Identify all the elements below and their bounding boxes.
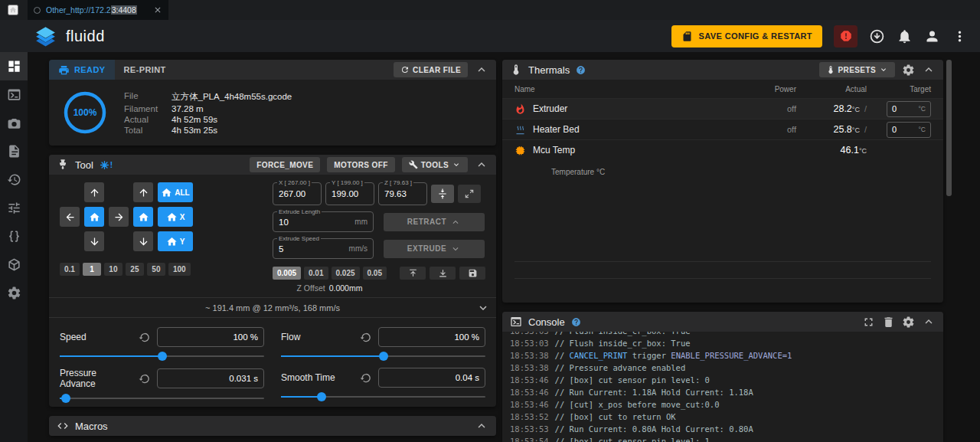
emergency-stop-button[interactable]	[834, 25, 858, 47]
reset-icon[interactable]	[139, 373, 150, 385]
zoffset-up-button[interactable]	[400, 267, 426, 280]
browser-home-icon[interactable]	[8, 5, 18, 15]
extrude-step-button[interactable]: 0.05	[363, 267, 387, 280]
thermal-row-mcu-temp[interactable]: Mcu Temp 46.1°C	[502, 139, 943, 160]
reset-icon[interactable]	[360, 372, 371, 384]
smooth-time-input[interactable]: 0.04 s	[378, 368, 485, 388]
browser-tab[interactable]: Other_http://172.23:4408	[28, 0, 168, 20]
slider-thumb[interactable]	[379, 352, 388, 361]
console-settings-icon[interactable]	[902, 316, 915, 329]
sidebar-item-camera[interactable]	[0, 109, 28, 137]
home-xy-button[interactable]	[84, 207, 104, 227]
diagonal-move-button[interactable]	[458, 185, 481, 203]
notifications-icon[interactable]	[897, 28, 913, 44]
home-y-button[interactable]: Y	[158, 231, 193, 251]
speed-input[interactable]: 100 %	[157, 327, 264, 347]
console-command-link[interactable]: CANCEL_PRINT	[570, 351, 628, 360]
tab-ready[interactable]: READY	[49, 60, 115, 80]
extrude-step-button[interactable]: 0.01	[304, 267, 328, 280]
extrude-button[interactable]: EXTRUDE	[384, 240, 485, 258]
sidebar-item-jobs[interactable]	[0, 137, 28, 165]
move-step-button[interactable]: 100	[168, 263, 191, 276]
slider-thumb[interactable]	[61, 394, 70, 403]
zoffset-save-button[interactable]	[459, 267, 485, 280]
force-move-button[interactable]: FORCE_MOVE	[250, 157, 320, 172]
sidebar-item-dashboard[interactable]	[0, 52, 28, 80]
speed-slider[interactable]	[60, 355, 264, 357]
settings-gear-icon	[7, 286, 21, 300]
home-all-button[interactable]: ALL	[158, 182, 193, 202]
page-scrollbar[interactable]	[946, 60, 952, 196]
save-config-button[interactable]: SAVE CONFIG & RESTART	[671, 25, 822, 47]
collapse-tool-icon[interactable]	[475, 158, 488, 172]
jog-y-minus-button[interactable]	[84, 231, 104, 251]
thermal-row-extruder[interactable]: Extruder off 28.2°C/ 0°C	[502, 98, 943, 119]
collapse-console-icon[interactable]	[922, 315, 936, 329]
motors-off-button[interactable]: MOTORS OFF	[327, 157, 394, 172]
tab-reprint[interactable]: RE-PRINT	[115, 60, 175, 80]
slider-thumb[interactable]	[158, 352, 167, 361]
pressure-advance-slider[interactable]	[60, 398, 264, 399]
jog-z-up-button[interactable]	[133, 182, 153, 202]
collapse-status-icon[interactable]	[475, 63, 488, 77]
smooth-time-slider[interactable]	[281, 396, 485, 398]
jog-y-plus-button[interactable]	[84, 182, 104, 202]
console-command-link[interactable]: ENABLE_PRESSURE_ADVANCE=1	[671, 351, 792, 360]
overflow-menu-icon[interactable]	[952, 28, 968, 44]
jog-x-minus-button[interactable]	[60, 207, 80, 227]
flow-slider[interactable]	[281, 355, 485, 357]
z-tilt-adjust-button[interactable]	[431, 185, 454, 203]
zoffset-down-button[interactable]	[430, 267, 456, 280]
account-icon[interactable]	[924, 28, 940, 44]
home-z-button[interactable]	[133, 207, 153, 227]
extruder-target-input[interactable]: 0°C	[887, 101, 931, 117]
console-log[interactable]: 18:53:03// Flush inside_cr_box: True 18:…	[502, 332, 943, 442]
slider-thumb[interactable]	[317, 392, 326, 401]
axis-x-input[interactable]: X [ 267.00 ]267.00	[273, 182, 322, 205]
console-line: 18:53:46// Run Current: 1.18A Hold Curre…	[510, 386, 936, 398]
thermals-card: Thermals PRESETS Name Power	[502, 60, 943, 303]
sidebar-item-history[interactable]	[0, 165, 28, 194]
extrude-step-button[interactable]: 0.025	[332, 267, 360, 280]
help-icon[interactable]	[576, 65, 586, 75]
clear-console-icon[interactable]	[882, 316, 895, 329]
pressure-advance-input[interactable]: 0.031 s	[157, 368, 264, 388]
sidebar-item-settings[interactable]	[0, 279, 28, 307]
heater-bed-target-input[interactable]: 0°C	[887, 122, 931, 138]
move-step-button[interactable]: 50	[147, 263, 165, 276]
updates-icon[interactable]	[869, 28, 885, 44]
axis-y-input[interactable]: Y [ 199.00 ]199.00	[325, 182, 374, 205]
collapse-macros-icon[interactable]	[475, 419, 488, 433]
sidebar-item-device[interactable]	[0, 250, 28, 279]
extrude-speed-input[interactable]: Extrude Speed5mm/s	[273, 238, 374, 259]
sidebar-item-console[interactable]	[0, 80, 28, 109]
reset-icon[interactable]	[360, 332, 371, 343]
thermal-row-heater-bed[interactable]: Heater Bed off 25.8°C/ 0°C	[502, 119, 943, 139]
jog-z-down-button[interactable]	[133, 231, 153, 251]
move-step-button[interactable]: 25	[126, 263, 144, 276]
reset-icon[interactable]	[139, 332, 150, 343]
retract-button[interactable]: RETRACT	[384, 213, 485, 231]
presets-button[interactable]: PRESETS	[819, 62, 895, 77]
clear-file-button[interactable]: CLEAR FILE	[394, 62, 468, 77]
fluidd-logo-icon[interactable]	[35, 26, 56, 47]
help-icon[interactable]	[571, 317, 581, 327]
tools-menu-button[interactable]: TOOLS	[402, 157, 468, 172]
collapse-thermals-icon[interactable]	[922, 63, 936, 77]
fullscreen-icon[interactable]	[862, 316, 875, 329]
sidebar-item-configure[interactable]	[0, 222, 28, 250]
extrude-step-button-active[interactable]: 0.005	[273, 267, 301, 280]
move-step-button-active[interactable]: 1	[83, 263, 101, 276]
move-step-button[interactable]: 10	[104, 263, 122, 276]
stats-expand-icon[interactable]	[476, 301, 490, 315]
flow-input[interactable]: 100 %	[378, 327, 485, 347]
sidebar-item-tune[interactable]	[0, 194, 28, 222]
tab-close-icon[interactable]	[153, 5, 162, 15]
extrude-length-input[interactable]: Extrude Length10mm	[273, 211, 374, 232]
home-x-button[interactable]: X	[158, 207, 193, 227]
jog-x-plus-button[interactable]	[109, 207, 129, 227]
move-step-button[interactable]: 0.1	[60, 263, 80, 276]
axis-z-input[interactable]: Z [ 79.63 ]79.63	[378, 182, 427, 205]
printer-icon	[58, 64, 70, 76]
thermals-settings-icon[interactable]	[902, 64, 915, 77]
